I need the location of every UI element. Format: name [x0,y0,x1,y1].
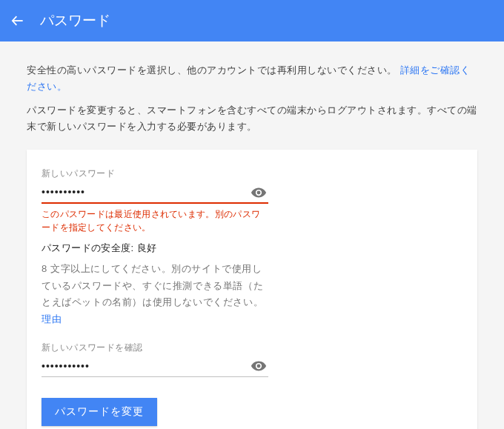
new-password-row [42,182,268,204]
strength-value: 良好 [137,242,157,253]
password-card: 新しいパスワード このパスワードは最近使用されています。別のパスワードを指定して… [27,150,477,429]
confirm-password-input[interactable] [42,356,268,377]
new-password-label: 新しいパスワード [42,167,268,180]
intro-line-2: パスワードを変更すると、スマートフォンを含むすべての端末からログアウトされます。… [27,102,477,135]
error-message: このパスワードは最近使用されています。別のパスワードを指定してください。 [42,208,268,234]
confirm-password-label: 新しいパスワードを確認 [42,342,268,354]
new-password-input[interactable] [42,182,268,204]
back-arrow-icon[interactable] [9,12,27,30]
intro-line-1: 安全性の高いパスワードを選択し、他のアカウントでは再利用しないでください。 詳細… [27,62,477,95]
app-header: パスワード [0,0,504,41]
strength-label: パスワードの安全度: [42,242,137,253]
page-title: パスワード [40,11,110,30]
password-hint: 8 文字以上にしてください。別のサイトで使用しているパスワードや、すぐに推測でき… [42,261,268,328]
change-password-button[interactable]: パスワードを変更 [42,398,157,426]
eye-icon[interactable] [251,184,267,201]
intro-text: 安全性の高いパスワードを選択し、他のアカウントでは再利用しないでください。 [27,64,397,76]
password-strength: パスワードの安全度: 良好 [42,242,268,255]
hint-text: 8 文字以上にしてください。別のサイトで使用しているパスワードや、すぐに推測でき… [42,263,263,308]
confirm-password-row [42,356,268,377]
content-area: 安全性の高いパスワードを選択し、他のアカウントでは再利用しないでください。 詳細… [0,41,504,429]
eye-icon[interactable] [251,358,267,374]
why-link[interactable]: 理由 [42,313,62,325]
